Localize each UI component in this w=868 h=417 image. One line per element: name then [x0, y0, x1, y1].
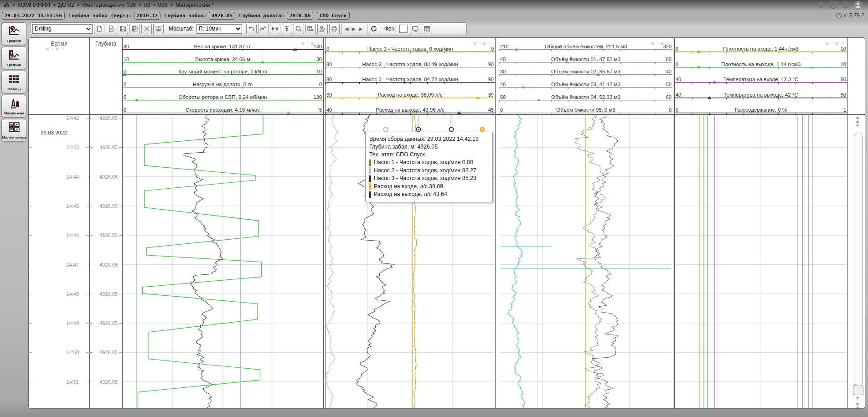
- sidebar-item-chart-depth[interactable]: Графики: [1, 46, 27, 69]
- scale-select[interactable]: П: 10мин: [196, 24, 242, 34]
- view-button-group: [246, 24, 340, 34]
- monitor-button[interactable]: [410, 24, 420, 34]
- curve-scale-row: 4050Объём ёмкости 03, 41.42 м3: [499, 76, 672, 89]
- current-value-marker: [537, 98, 541, 101]
- new-document-button[interactable]: [94, 24, 104, 34]
- table-plus-button[interactable]: [305, 24, 316, 34]
- sidebar-item-master-panel[interactable]: Мастер-панель: [1, 119, 27, 142]
- sidebar-item-rig[interactable]: Мнемосхема: [1, 95, 27, 118]
- status-field-label: Глубина долота:: [239, 13, 284, 19]
- track-nav-controls[interactable]: ◀ ○ ▶ ×: [45, 46, 65, 51]
- current-value-marker: [565, 61, 568, 63]
- current-value-marker: [522, 86, 525, 88]
- curve-scale-row: 05Скорость проходки, 4.16 м/час: [123, 102, 323, 114]
- version-text: v. 3.79.2: [844, 12, 864, 19]
- topbar-icon-group: [816, 0, 863, 10]
- current-value-marker: [708, 96, 711, 99]
- top-button[interactable]: [282, 24, 292, 34]
- close-button[interactable]: [141, 24, 152, 34]
- curve-scale-row: 5060Объём ёмкости 04, 52.33 м3: [499, 89, 672, 102]
- current-value-marker: [383, 66, 387, 68]
- data-tooltip: Время сбора данных: 29.03.2022 14:42:19Г…: [365, 132, 493, 202]
- user-icon[interactable]: [853, 0, 863, 10]
- undo-button[interactable]: [246, 24, 257, 34]
- curve-scale-row: 8090Насос 2 - Частота ходов, 83.49 ход/м…: [326, 53, 495, 68]
- tooltip-series-text: Расход на входе, л/с 38.09: [374, 183, 443, 191]
- series-color-bar: [369, 160, 371, 166]
- wheel-icon[interactable]: [829, 0, 838, 10]
- data-table-button[interactable]: [422, 24, 432, 34]
- track-nav-controls[interactable]: ◀ ○ ▶ ×: [650, 41, 670, 46]
- curve-scale-row: 01Газосодержание, 0 %: [675, 99, 847, 114]
- tooltip-line: Время сбора данных: 29.03.2022 14:42:19: [369, 135, 489, 143]
- curve-pump2-rate: [325, 115, 337, 408]
- current-value-marker: [261, 61, 264, 63]
- curve-label: Объём ёмкости 04, 52.33 м3: [499, 94, 672, 100]
- sidebar-item-chart-clock[interactable]: Графики: [1, 22, 27, 45]
- curve-label: Крутящий момент на роторе, 0 kN.m: [123, 69, 323, 74]
- open-document-button[interactable]: [106, 24, 116, 34]
- playback-button[interactable]: ◀ ▶ ▶: [341, 24, 367, 34]
- breadcrumb-item[interactable]: 03: [144, 2, 150, 8]
- breadcrumb-item[interactable]: Материнский *: [176, 2, 214, 8]
- new-document-icon: [96, 25, 103, 32]
- curve-scale-row: 3039Расход на входе, 38.09 л/с: [326, 84, 495, 99]
- zoom-button[interactable]: [294, 24, 304, 34]
- save-icon: [119, 25, 127, 32]
- gear-icon[interactable]: [841, 0, 850, 10]
- sidebar-item-label: Графики: [7, 39, 21, 42]
- curve-label: Расход на выходе, 43.96 л/с: [326, 107, 495, 113]
- breadcrumb-separator: >: [52, 2, 56, 8]
- tech-stage-box: СПО Спуск: [317, 12, 350, 20]
- series-color-bar: [369, 167, 371, 174]
- breadcrumb-item[interactable]: 036: [158, 2, 168, 8]
- sidebar-item-label: Мастер-панель: [2, 136, 26, 139]
- tooltip-line: Тех. этап: СПО Спуск: [369, 151, 489, 159]
- curve-scale-row: 00Насос 1 - Частота ходов, 0 ход/мин: [326, 38, 495, 53]
- zoom-icon: [295, 25, 302, 32]
- current-value-marker: [287, 111, 290, 114]
- curve-tanks-total: [508, 115, 525, 408]
- undo-icon: [248, 25, 255, 32]
- close-icon: [143, 25, 150, 32]
- current-value-marker: [135, 98, 139, 101]
- status-field: Глубина долота:2810.06: [239, 12, 313, 20]
- refresh-icon[interactable]: [816, 0, 826, 10]
- breadcrumb-item[interactable]: КОМПАНИЯ: [17, 2, 50, 8]
- track-nav-controls[interactable]: ◀ ○ ▶ ×: [472, 41, 492, 46]
- curves-button[interactable]: [258, 24, 269, 34]
- rig-icon: [8, 98, 20, 109]
- chart-area: Время◀ ○ ▶ ×Глубина◀ ○ ▶ ×80140Вес на кр…: [28, 37, 865, 409]
- track-nav-controls[interactable]: ◀ ○ ▶ ×: [300, 41, 320, 46]
- scrollbar-thumb[interactable]: [854, 133, 863, 386]
- curve-label: Высота крюка, 24.06 м: [123, 57, 323, 62]
- scale-label: Масштаб:: [169, 26, 194, 32]
- curve-scale-row: 00Объём ёмкости 05, 0 м3: [499, 102, 672, 114]
- curve-label: Температура на выходе, 42 °C: [675, 92, 847, 98]
- print-button[interactable]: [329, 24, 340, 34]
- breadcrumb-item[interactable]: ДО 02: [58, 2, 74, 8]
- sidebar-item-tables[interactable]: Таблицы: [1, 71, 27, 93]
- scroll-down-button[interactable]: ▼: [852, 396, 863, 400]
- scroll-up-button[interactable]: ▲: [852, 123, 863, 127]
- curve-scale-row: 8090Насос 3 - Частота ходов, 84.72 ход/м…: [326, 69, 495, 84]
- save-all-button[interactable]: [129, 24, 140, 34]
- refresh-view-button[interactable]: [369, 24, 379, 34]
- background-swatch[interactable]: [399, 25, 408, 33]
- export-import-button[interactable]: EXPIMP: [153, 24, 164, 34]
- track-nav-controls[interactable]: ◀ ○ ▶ ×: [825, 41, 844, 46]
- breadcrumb-separator: >: [12, 2, 15, 8]
- current-value-marker: [713, 81, 716, 83]
- scroll-page-down-button[interactable]: ▼▼: [852, 402, 863, 409]
- scrollbar-knob[interactable]: [853, 386, 863, 395]
- mode-select[interactable]: Drilling: [32, 24, 93, 34]
- chart-depth-icon: [8, 49, 20, 61]
- user-edit-button[interactable]: [317, 24, 328, 34]
- breadcrumb-item[interactable]: Месторождение 036: [82, 2, 136, 8]
- curve-scale-row: 4045Расход на выходе, 43.96 л/с: [326, 99, 495, 114]
- collapse-button[interactable]: [270, 24, 280, 34]
- save-button[interactable]: [118, 24, 128, 34]
- current-value-marker: [403, 81, 407, 83]
- curve-scale-row: 1030Высота крюка, 24.06 м: [123, 51, 323, 64]
- version-label: ! v. 3.79.2: [836, 12, 864, 19]
